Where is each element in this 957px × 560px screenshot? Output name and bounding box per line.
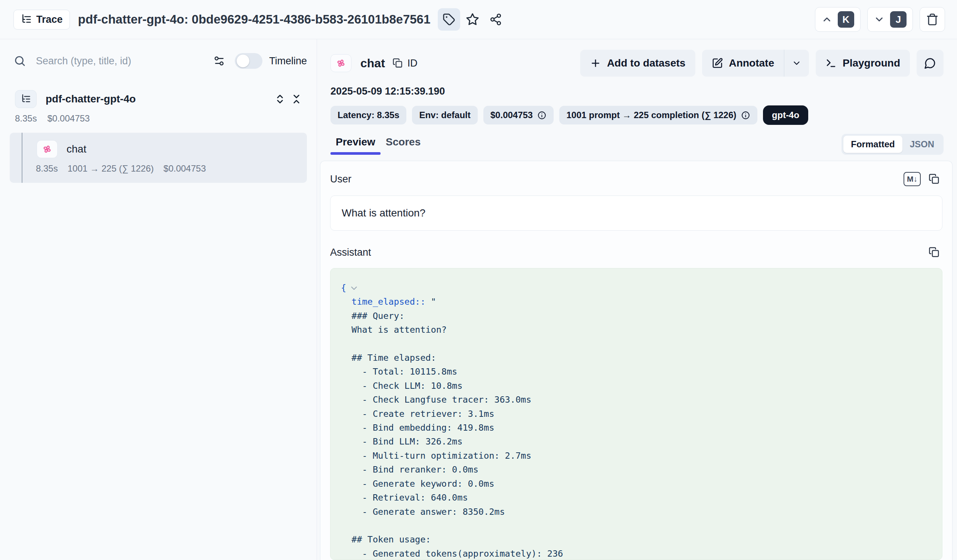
keyboard-shortcut-j: J (890, 11, 906, 28)
generation-node-badge (330, 54, 351, 72)
page-title: pdf-chatter-gpt-4o: 0bde9629-4251-4386-b… (78, 12, 431, 27)
code-line: - Generate answer: 8350.2ms (341, 505, 932, 519)
metadata-badge[interactable]: $0.004753 (483, 106, 554, 125)
list-tree-icon (21, 94, 31, 104)
star-icon (466, 13, 479, 26)
code-line: - Bind embedding: 419.8ms (341, 421, 932, 435)
delete-trace-button[interactable] (920, 7, 945, 32)
tab-preview[interactable]: Preview (330, 134, 381, 150)
code-line: - Bind reranker: 0.0ms (341, 463, 932, 476)
timeline-label: Timeline (269, 55, 307, 67)
collapse-all-button[interactable] (288, 91, 305, 107)
code-line: - Check LLM: 10.8ms (341, 379, 932, 393)
collapse-chevron-icon[interactable] (349, 283, 359, 293)
favorite-button[interactable] (462, 9, 483, 30)
badge-label: $0.004753 (491, 110, 533, 120)
expand-all-button[interactable] (272, 91, 288, 107)
add-to-datasets-label: Add to datasets (607, 57, 685, 69)
share-button[interactable] (485, 9, 507, 30)
pen-square-icon (712, 58, 723, 69)
trace-node-badge (15, 90, 36, 108)
markdown-toggle-button[interactable]: M↓ (903, 172, 921, 186)
generation-node-badge (36, 140, 58, 158)
tree-search-row: Timeline (10, 50, 307, 71)
code-line: - Check Langfuse tracer: 363.0ms (341, 393, 932, 407)
code-line: What is attention? (341, 323, 932, 337)
top-bar: Trace pdf-chatter-gpt-4o: 0bde9629-4251-… (0, 0, 957, 39)
assistant-section-label: Assistant (330, 247, 371, 258)
observation-detail-panel: chat ID Add to datasets Annotate (317, 39, 957, 560)
child-latency: 8.35s (36, 163, 58, 174)
tree-child-name: chat (66, 143, 86, 155)
code-line: time_elapsed:: " (341, 295, 932, 309)
annotate-label: Annotate (729, 57, 774, 69)
observation-timestamp: 2025-05-09 12:15:39.190 (330, 85, 944, 97)
generation-pinwheel-icon (335, 58, 347, 69)
metadata-badge: Env: default (412, 106, 477, 125)
view-json-option[interactable]: JSON (902, 136, 942, 153)
model-badge: gpt-4o (763, 106, 808, 125)
message-bubble-icon (924, 57, 936, 69)
tree-root-metrics: 8.35s $0.004753 (10, 113, 307, 124)
tab-scores[interactable]: Scores (381, 134, 426, 150)
tree-child-row: chat (10, 140, 307, 158)
view-formatted-option[interactable]: Formatted (843, 136, 902, 153)
info-icon (537, 110, 546, 120)
plus-icon (590, 58, 601, 69)
trace-badge-label: Trace (36, 14, 63, 25)
trace-type-badge: Trace (13, 10, 70, 30)
info-icon (741, 110, 750, 120)
badge-row: Latency: 8.35sEnv: default$0.0047531001 … (330, 106, 944, 125)
root-latency: 8.35s (15, 113, 37, 124)
previous-trace-button[interactable]: K (815, 7, 861, 32)
badge-label: Latency: 8.35s (338, 110, 399, 120)
annotate-button[interactable]: Annotate (702, 50, 784, 77)
view-mode-toggle: Formatted JSON (842, 134, 944, 155)
user-section-header: User M↓ (330, 172, 943, 186)
chevron-down-icon (792, 58, 801, 68)
metadata-badge[interactable]: 1001 prompt → 225 completion (∑ 1226) (559, 106, 757, 125)
next-trace-button[interactable]: J (867, 7, 913, 32)
copy-user-content-button[interactable] (926, 172, 943, 186)
copy-icon (929, 247, 940, 258)
add-to-datasets-button[interactable]: Add to datasets (580, 50, 695, 77)
playground-button[interactable]: Playground (816, 50, 910, 77)
chevron-up-icon (821, 14, 832, 25)
code-line: ### Query: (341, 309, 932, 323)
badge-label: 1001 prompt → 225 completion (∑ 1226) (566, 110, 736, 120)
generation-pinwheel-icon (41, 144, 53, 155)
copy-icon (393, 58, 403, 68)
user-section-label: User (330, 174, 351, 185)
tree-root-name: pdf-chatter-gpt-4o (46, 93, 272, 105)
code-line: - Multi-turn optimization: 2.7ms (341, 449, 932, 463)
assistant-code-block: { time_elapsed:: " ### Query: What is at… (330, 268, 943, 560)
trash-icon (926, 13, 939, 26)
child-cost: $0.004753 (163, 163, 205, 174)
tree-child-metrics: 8.35s 1001 → 225 (∑ 1226) $0.004753 (10, 163, 307, 174)
chevrons-down-up-icon (291, 93, 302, 105)
badge-label: gpt-4o (772, 110, 799, 120)
annotate-dropdown-button[interactable] (784, 50, 809, 77)
search-input[interactable] (36, 55, 213, 67)
assistant-section-header: Assistant (330, 245, 943, 260)
comments-button[interactable] (917, 50, 944, 77)
playground-label: Playground (843, 57, 900, 69)
code-line: - Retrieval: 640.0ms (341, 491, 932, 505)
list-tree-icon (21, 14, 32, 25)
code-line: - Generate keyword: 0.0ms (341, 477, 932, 491)
tree-root-row[interactable]: pdf-chatter-gpt-4o (10, 90, 307, 108)
observation-header: chat ID Add to datasets Annotate (330, 50, 944, 77)
tags-button[interactable] (438, 8, 460, 31)
copy-assistant-content-button[interactable] (926, 245, 943, 260)
user-message-content: What is attention? (330, 196, 943, 231)
trace-tree-sidebar: Timeline pdf-chatter-gpt-4o 8.35s $0.004… (0, 39, 317, 560)
badge-label: Env: default (419, 110, 470, 120)
filter-settings-icon[interactable] (213, 55, 225, 67)
timeline-toggle[interactable] (235, 53, 262, 69)
child-tokens: 1001 → 225 (∑ 1226) (68, 163, 154, 174)
copy-id-button[interactable]: ID (393, 58, 418, 69)
tree-item-chat-selected[interactable]: chat 8.35s 1001 → 225 (∑ 1226) $0.004753 (10, 133, 307, 183)
keyboard-shortcut-k: K (838, 11, 854, 28)
chevron-down-icon (873, 14, 885, 25)
copy-icon (929, 174, 940, 185)
